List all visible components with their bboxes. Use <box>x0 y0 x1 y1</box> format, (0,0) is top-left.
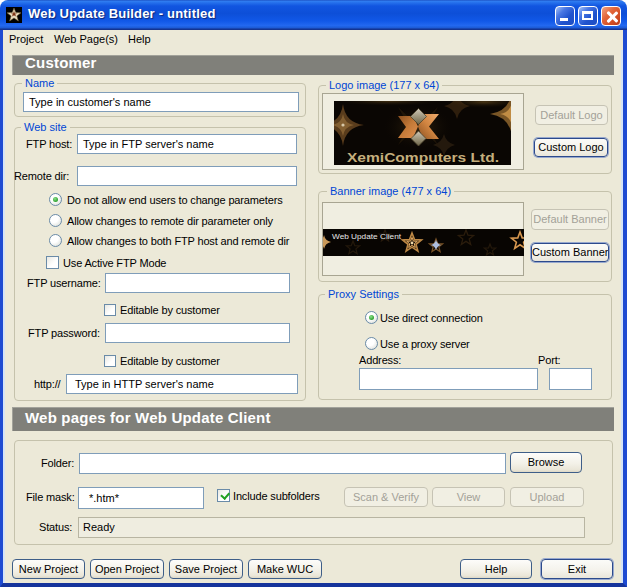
svg-text:XemiComputers Ltd.: XemiComputers Ltd. <box>347 150 499 165</box>
svg-text:Web Update Client: Web Update Client <box>332 232 402 241</box>
